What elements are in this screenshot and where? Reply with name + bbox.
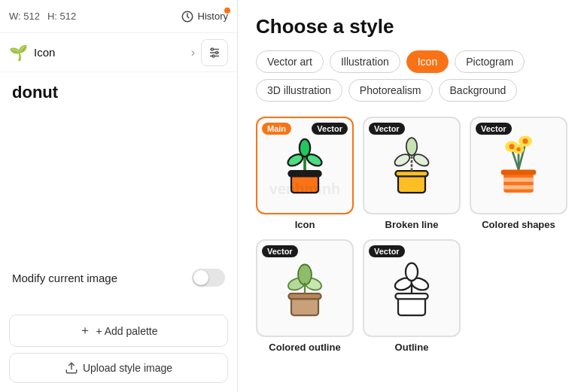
left-panel: W: 512 H: 512 History 🌱 Icon › (0, 0, 238, 392)
svg-point-5 (216, 51, 218, 53)
sliders-icon (208, 46, 221, 59)
preset-row: 🌱 Icon › (0, 33, 237, 72)
svg-rect-28 (501, 169, 537, 175)
settings-button[interactable] (201, 39, 228, 66)
chip-3d-illustration[interactable]: 3D illustration (256, 79, 342, 102)
history-dot (224, 8, 230, 14)
style-name-colored-outline: Colored outline (269, 342, 340, 353)
svg-point-35 (509, 144, 514, 149)
tag-vector-broken: Vector (369, 123, 405, 135)
svg-point-24 (406, 138, 417, 155)
svg-rect-20 (395, 171, 427, 176)
chip-icon[interactable]: Icon (406, 50, 449, 73)
modify-row: Modify current image (0, 260, 237, 296)
search-text: donut (12, 83, 58, 102)
width-label: W: 512 (9, 11, 40, 22)
style-name-colored-shapes: Colored shapes (482, 219, 555, 230)
style-card-colored-outline[interactable]: Vector Colored outline (256, 239, 354, 353)
left-header: W: 512 H: 512 History (0, 0, 237, 33)
history-button[interactable]: History (181, 10, 228, 23)
plant-icon-svg (271, 132, 339, 199)
history-icon (181, 10, 194, 23)
colored-shapes-svg (485, 132, 552, 199)
chip-background[interactable]: Background (439, 79, 518, 102)
svg-point-42 (298, 265, 312, 285)
outline-svg (378, 254, 446, 322)
preset-emoji: 🌱 (9, 44, 28, 62)
style-name-broken-line: Broken line (385, 219, 439, 230)
tag-vector-outline: Vector (369, 245, 405, 257)
svg-point-6 (212, 55, 214, 57)
modify-toggle[interactable] (192, 269, 225, 287)
style-img-icon: Main Vector (256, 117, 354, 214)
style-card-outline[interactable]: Vector Outline (363, 239, 461, 353)
style-img-outline: Vector (363, 239, 461, 337)
svg-point-4 (211, 48, 214, 50)
chip-vector-art[interactable]: Vector art (256, 50, 324, 73)
tag-main: Main (262, 123, 291, 135)
tag-vector-icon: Vector (312, 123, 348, 135)
style-grid: Main Vector (256, 117, 560, 353)
upload-style-label: Upload style image (83, 362, 172, 374)
svg-rect-26 (503, 178, 534, 181)
svg-rect-45 (395, 293, 427, 299)
style-img-colored-outline: Vector (256, 239, 354, 337)
add-palette-label: + Add palette (96, 325, 157, 337)
svg-point-37 (516, 147, 520, 151)
svg-point-36 (522, 138, 528, 144)
svg-rect-39 (288, 293, 321, 299)
svg-point-49 (406, 263, 418, 281)
upload-icon (65, 361, 78, 375)
tag-vector-colored-shapes: Vector (476, 123, 512, 135)
style-card-icon[interactable]: Main Vector (256, 117, 354, 230)
svg-rect-25 (503, 172, 534, 193)
upload-style-button[interactable]: Upload style image (9, 353, 228, 383)
tag-vector-colored-outline: Vector (262, 245, 298, 257)
toggle-knob (193, 270, 208, 285)
colored-outline-svg (271, 254, 339, 322)
chip-illustration[interactable]: Illustration (330, 50, 400, 73)
add-palette-icon: ＋ (79, 323, 91, 339)
search-label: donut (0, 72, 237, 107)
broken-line-svg (378, 132, 446, 199)
style-name-icon: Icon (295, 219, 315, 230)
style-chips: Vector art Illustration Icon Pictogram 3… (256, 50, 560, 102)
panel-title: Choose a style (256, 15, 560, 38)
height-label: H: 512 (47, 11, 76, 22)
dimensions: W: 512 H: 512 (9, 11, 76, 22)
preset-arrow: › (191, 46, 195, 59)
chip-photorealism[interactable]: Photorealism (348, 79, 433, 102)
style-card-broken-line[interactable]: Vector Broken line (363, 117, 461, 230)
bottom-buttons: ＋ + Add palette Upload style image (0, 308, 237, 392)
style-img-broken-line: Vector (363, 117, 461, 214)
style-img-colored-shapes: Vector (470, 117, 567, 214)
modify-label: Modify current image (12, 272, 117, 284)
chip-pictogram[interactable]: Pictogram (455, 50, 525, 73)
add-palette-button[interactable]: ＋ + Add palette (9, 315, 228, 347)
style-card-colored-shapes[interactable]: Vector (470, 117, 567, 230)
style-name-outline: Outline (395, 342, 429, 353)
preset-name: Icon (34, 46, 185, 59)
history-label: History (198, 11, 228, 22)
right-panel: Choose a style Vector art Illustration I… (238, 0, 578, 392)
svg-rect-27 (503, 185, 534, 189)
